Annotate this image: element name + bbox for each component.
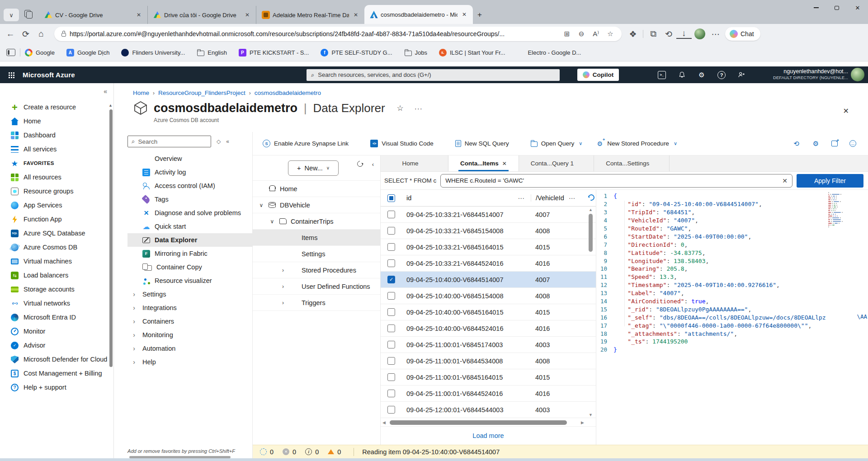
command-bar-item[interactable]: Enable Azure Synapse Link ∨ [263, 140, 357, 147]
feedback-smiley-icon[interactable] [849, 140, 856, 147]
sidebar-item[interactable]: Help + support [0, 381, 113, 395]
status-errors[interactable]: 0 [283, 448, 296, 456]
table-row[interactable]: 09-04-25-10:33:21-V6844524016 4016 [381, 255, 596, 272]
bookmark-item[interactable]: Jobs [404, 49, 427, 56]
column-header-id[interactable]: id [406, 194, 411, 202]
bookmark-item[interactable]: Flinders University... [121, 49, 185, 56]
copilot-button[interactable]: Copilot [577, 69, 619, 81]
sidebar-collapse-icon[interactable]: « [104, 88, 107, 95]
resource-menu-item[interactable]: › Help [127, 355, 252, 369]
pin-icon[interactable]: ◇ [217, 138, 221, 145]
bookmark-item[interactable]: English [197, 49, 227, 56]
minimize-button[interactable] [806, 0, 826, 15]
table-row[interactable]: 09-04-25-10:33:21-V6844514007 4007 [381, 207, 596, 223]
command-bar-item[interactable]: Visual Studio Code ∨ [370, 140, 442, 147]
column-header-vehicleid[interactable]: /VehicleId [536, 194, 564, 202]
tree-expander-icon[interactable]: ∨ [269, 218, 275, 225]
column-menu-icon[interactable]: ··· [569, 194, 576, 202]
command-bar-item[interactable]: New SQL Query ∨ [455, 140, 517, 147]
row-checkbox[interactable] [387, 211, 395, 218]
bookmark-item[interactable]: PTE SELF-STUDY G... [321, 49, 392, 56]
account-info[interactable]: nguyenlethanhdev@hot... DEFAULT DIRECTOR… [773, 68, 848, 81]
select-all-checkbox[interactable] [387, 194, 395, 202]
bookmark-item[interactable]: PTE KICKSTART - S... [239, 49, 309, 56]
command-bar-item[interactable]: New Stored Procedure ∨ [596, 140, 677, 147]
sidebar-item[interactable]: Resource groups [0, 184, 113, 198]
resource-menu-item[interactable]: › Quick start [127, 220, 252, 233]
resource-menu-item[interactable]: › Automation [127, 342, 252, 355]
sidebar-item[interactable]: Function App [0, 212, 113, 226]
split-screen-icon[interactable]: ⊞ [560, 30, 574, 38]
collapse-panel-icon[interactable]: ‹ [372, 161, 374, 168]
row-checkbox[interactable] [387, 373, 395, 381]
resource-menu-item[interactable]: › Overview [127, 152, 252, 165]
tree-item[interactable]: Items [253, 230, 380, 246]
row-checkbox[interactable] [387, 292, 395, 300]
resource-menu-item[interactable]: › Data Explorer [127, 233, 252, 247]
row-checkbox[interactable] [387, 325, 395, 332]
table-row[interactable]: 09-04-25-11:00:01-V6844534008 4008 [381, 353, 596, 369]
browser-tab[interactable]: Drive của tôi - Google Drive ✕ [147, 6, 256, 24]
sidebar-item[interactable]: Microsoft Entra ID [0, 310, 113, 325]
tree-expander-icon[interactable]: › [280, 283, 286, 290]
row-checkbox[interactable] [387, 308, 395, 316]
row-checkbox[interactable] [387, 341, 395, 348]
tree-item[interactable]: ∨ DBVehicle [253, 197, 380, 213]
restore-button[interactable] [826, 0, 847, 15]
menu-collapse-icon[interactable]: « [226, 138, 229, 145]
profile-avatar[interactable] [694, 28, 705, 39]
tab-close-icon[interactable]: ✕ [460, 10, 468, 19]
global-search-input[interactable]: ⌕ Search resources, services, and docs (… [307, 69, 560, 81]
workspaces-icon[interactable] [24, 10, 34, 20]
document-tab[interactable]: Conta...Settings ✕ [594, 155, 670, 171]
browser-tab[interactable]: Adelaide Metro Real-Time Data M ✕ [256, 6, 364, 24]
resource-menu-item[interactable]: › Container Copy [127, 260, 252, 274]
tab-close-icon[interactable]: ✕ [502, 160, 507, 167]
breadcrumb-home[interactable]: Home [133, 89, 149, 96]
more-menu-icon[interactable]: ⋯ [708, 29, 723, 39]
tab-close-icon[interactable]: ✕ [243, 11, 251, 19]
sidebar-scrollbar[interactable] [109, 109, 113, 367]
load-more-link[interactable]: Load more [472, 432, 504, 439]
sidebar-item[interactable]: Monitor [0, 325, 113, 339]
resource-menu-item[interactable]: › Mirroring in Fabric [127, 247, 252, 260]
table-row[interactable]: 09-04-25-12:00:01-V6844544003 4003 [381, 402, 596, 418]
copilot-chat-button[interactable]: Chat [725, 27, 760, 41]
bookmark-item[interactable]: Google [25, 49, 55, 56]
sidebar-item[interactable]: Home [0, 114, 113, 128]
tree-item[interactable]: Settings [253, 246, 380, 262]
downloads-icon[interactable]: ↓ [676, 29, 692, 39]
sidebar-item[interactable]: Microsoft Defender for Cloud [0, 353, 113, 367]
tab-close-icon[interactable]: ✕ [352, 11, 360, 19]
tree-item[interactable]: › Triggers [253, 295, 380, 311]
favorite-star-icon[interactable]: ☆ [604, 30, 617, 38]
new-container-button[interactable]: + New... ∨ [288, 160, 339, 176]
table-vscrollbar[interactable]: ▲ ▼ [586, 207, 596, 418]
sidebar-item[interactable]: Virtual machines [0, 254, 113, 268]
table-row[interactable]: 09-04-25-10:33:21-V6845154008 4008 [381, 223, 596, 239]
favorite-star-icon[interactable]: ☆ [397, 103, 404, 113]
sidebar-item[interactable]: Azure Cosmos DB [0, 240, 113, 254]
new-tab-button[interactable]: + [477, 10, 482, 19]
tree-item[interactable]: › Stored Procedures [253, 262, 380, 278]
scroll-left-arrow[interactable]: ◀ [382, 420, 386, 425]
settings-gear-icon[interactable] [812, 140, 820, 147]
address-bar[interactable]: https://portal.azure.com/#@nguyenlethanh… [54, 27, 622, 41]
hscroll-thumb[interactable] [390, 420, 567, 425]
tree-expander-icon[interactable]: ∨ [258, 202, 264, 208]
tree-expander-icon[interactable]: › [280, 267, 286, 273]
row-checkbox[interactable] [387, 259, 395, 267]
resource-menu-item[interactable]: › Monitoring [127, 328, 252, 342]
scroll-right-arrow[interactable]: ▶ [581, 420, 584, 425]
bookmark-item[interactable]: Electro - Google D... [517, 49, 581, 56]
command-bar-item[interactable]: Open Query ∨ [531, 140, 583, 147]
table-row[interactable]: 09-04-25-10:33:21-V6845164015 4015 [381, 239, 596, 255]
notifications-bell-icon[interactable] [678, 71, 686, 79]
json-document-editor[interactable]: 1{2 "id": "09-04-25-10:40:00-V6844514007… [596, 190, 868, 445]
document-tab[interactable]: Home ✕ [381, 155, 448, 171]
table-row[interactable]: 09-04-25-11:00:01-V6845174003 4003 [381, 337, 596, 353]
resource-menu-search-input[interactable]: ⌕ Search [127, 136, 211, 147]
table-row[interactable]: 09-04-25-10:40:00-V6845154008 4008 [381, 288, 596, 304]
row-checkbox[interactable]: ✓ [387, 276, 395, 283]
url-text[interactable]: https://portal.azure.com/#@nguyenlethanh… [70, 30, 557, 38]
